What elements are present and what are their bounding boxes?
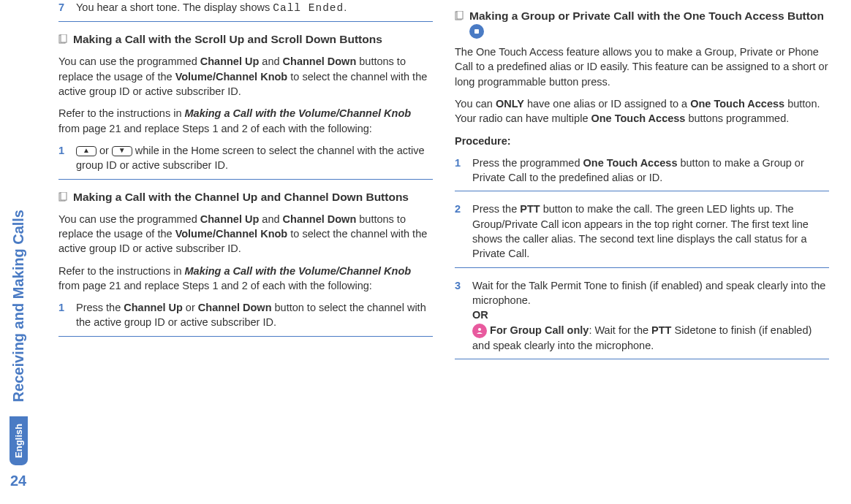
step-number: 1	[58, 143, 72, 173]
step-number: 3	[455, 278, 468, 353]
paragraph: Refer to the instructions in Making a Ca…	[58, 106, 433, 136]
paragraph: You can ONLY have one alias or ID assign…	[455, 96, 829, 126]
scroll-down-icon: ▼	[112, 146, 132, 156]
step-number: 2	[455, 202, 468, 261]
step-number: 1	[455, 156, 468, 186]
paragraph: You can use the programmed Channel Up an…	[58, 54, 433, 99]
sidebar: Receiving and Making Calls English 24	[0, 0, 37, 504]
group-call-icon	[472, 324, 487, 338]
or-label: OR	[472, 309, 488, 321]
step-body: ▲ or ▼ while in the Home screen to selec…	[76, 143, 433, 173]
heading-scroll-buttons: Making a Call with the Scroll Up and Scr…	[58, 32, 433, 48]
heading-text: Making a Group or Private Call with the …	[469, 9, 829, 39]
heading-text: Making a Call with the Scroll Up and Scr…	[73, 32, 382, 47]
section-icon	[58, 191, 67, 206]
right-column: Making a Group or Private Call with the …	[444, 0, 840, 497]
divider	[455, 359, 829, 359]
procedure-step-1: 1 Press the programmed One Touch Access …	[455, 156, 829, 186]
paragraph: Refer to the instructions in Making a Ca…	[58, 264, 433, 294]
step-1-channel: 1 Press the Channel Up or Channel Down b…	[58, 300, 433, 330]
language-label: English	[10, 416, 28, 465]
divider	[58, 21, 433, 22]
left-column: 7 You hear a short tone. The display sho…	[48, 0, 444, 497]
step-body: You hear a short tone. The display shows…	[76, 0, 433, 15]
step-number: 1	[58, 300, 72, 330]
step-number: 7	[58, 0, 72, 15]
heading-one-touch: Making a Group or Private Call with the …	[455, 9, 829, 39]
paragraph: The One Touch Access feature allows you …	[455, 45, 829, 89]
step-body: Press the Channel Up or Channel Down but…	[76, 300, 433, 330]
step-1-scroll: 1 ▲ or ▼ while in the Home screen to sel…	[58, 143, 433, 173]
scroll-up-icon: ▲	[76, 146, 97, 156]
procedure-label: Procedure:	[455, 134, 829, 148]
svg-rect-1	[61, 34, 67, 42]
step-7: 7 You hear a short tone. The display sho…	[58, 0, 433, 15]
display-text: Call Ended	[273, 2, 344, 14]
divider	[455, 191, 829, 191]
divider	[58, 179, 433, 180]
svg-rect-5	[457, 11, 463, 19]
divider	[455, 267, 829, 268]
svg-rect-3	[61, 192, 67, 200]
page-number: 24	[10, 473, 26, 489]
svg-rect-6	[474, 29, 479, 34]
main-content: 7 You hear a short tone. The display sho…	[37, 0, 851, 504]
section-title: Receiving and Making Calls	[10, 210, 27, 402]
one-touch-access-icon	[469, 24, 484, 39]
step-body: Wait for the Talk Permit Tone to finish …	[472, 278, 829, 353]
section-icon	[455, 10, 464, 25]
heading-text: Making a Call with the Channel Up and Ch…	[73, 190, 409, 205]
svg-point-7	[478, 328, 481, 331]
section-icon	[58, 34, 67, 48]
heading-channel-buttons: Making a Call with the Channel Up and Ch…	[58, 190, 433, 206]
procedure-step-3: 3 Wait for the Talk Permit Tone to finis…	[455, 278, 829, 353]
step-body: Press the programmed One Touch Access bu…	[472, 156, 829, 186]
procedure-step-2: 2 Press the PTT button to make the call.…	[455, 202, 829, 261]
paragraph: You can use the programmed Channel Up an…	[58, 212, 433, 256]
step-body: Press the PTT button to make the call. T…	[472, 202, 829, 261]
divider	[58, 336, 433, 337]
